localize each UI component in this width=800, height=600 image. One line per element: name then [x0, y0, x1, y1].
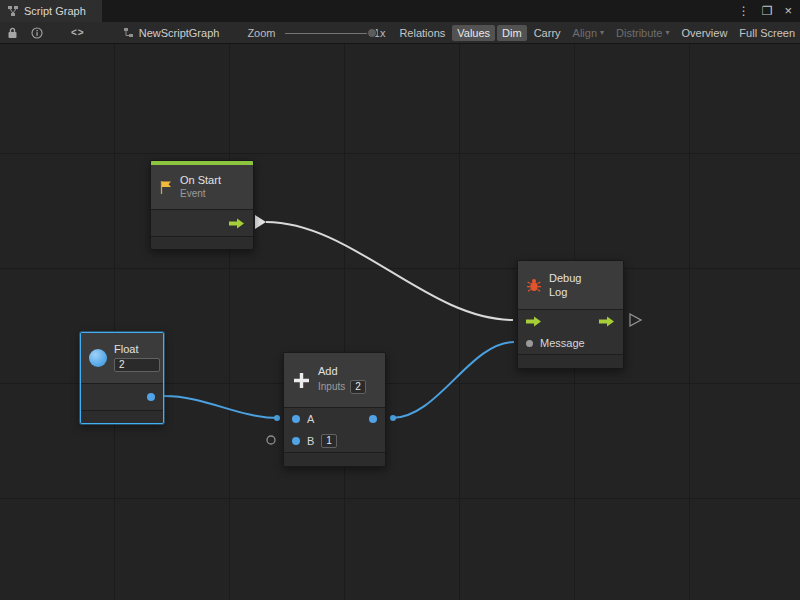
debuglog-exit-port-triangle[interactable] — [630, 314, 641, 326]
add-node[interactable]: Add Inputs 2 A B 1 — [283, 352, 386, 467]
zoom-slider[interactable] — [285, 27, 369, 39]
add-sum-output-port[interactable] — [369, 415, 377, 423]
tab-bar: Script Graph ⋮ ❐ × — [0, 0, 800, 22]
add-a-label: A — [307, 413, 314, 425]
float-node[interactable]: Float 2 — [80, 332, 164, 424]
flow-arrow-in-icon[interactable] — [526, 316, 542, 327]
add-port-b-row: B 1 — [284, 430, 385, 452]
values-button[interactable]: Values — [452, 25, 495, 41]
add-a-input-port[interactable] — [292, 415, 300, 423]
graph-name: NewScriptGraph — [139, 27, 220, 39]
connections-layer — [0, 44, 800, 600]
wire-endpoint-dot — [390, 415, 396, 421]
debug-log-flow-row — [518, 310, 623, 332]
tab-script-graph[interactable]: Script Graph — [0, 0, 102, 22]
float-title: Float — [114, 344, 160, 355]
float-type-icon — [89, 349, 107, 367]
float-output-row — [81, 384, 163, 410]
add-title: Add — [318, 366, 366, 377]
float-footer — [81, 411, 163, 423]
lock-icon[interactable] — [7, 27, 18, 39]
tab-title: Script Graph — [24, 5, 86, 17]
zoom-slider-knob[interactable] — [367, 28, 377, 38]
relations-button[interactable]: Relations — [394, 25, 450, 41]
window-menu-icon[interactable]: ⋮ — [738, 0, 750, 22]
add-b-label: B — [307, 435, 314, 447]
fullscreen-button[interactable]: Full Screen — [734, 25, 800, 41]
align-button[interactable]: Align ▾ — [568, 25, 609, 41]
add-inputs-count-field[interactable]: 2 — [350, 380, 366, 394]
debug-log-footer — [518, 355, 623, 368]
graph-asset-icon — [123, 27, 134, 38]
window-close-icon[interactable]: × — [784, 0, 792, 22]
float-value-field[interactable]: 2 — [114, 358, 160, 372]
on-start-header: On Start Event — [151, 165, 253, 209]
wire-endpoint-dot — [274, 415, 280, 421]
message-input-port[interactable] — [526, 340, 533, 347]
flow-arrow-icon[interactable] — [229, 218, 245, 229]
dim-button[interactable]: Dim — [497, 25, 527, 41]
debug-log-subtitle: Log — [549, 287, 581, 298]
align-button-label: Align — [573, 27, 597, 39]
debug-log-message-row: Message — [518, 332, 623, 354]
overview-button[interactable]: Overview — [677, 25, 733, 41]
add-b-input-port[interactable] — [292, 437, 300, 445]
debug-log-node[interactable]: Debug Log Message — [517, 260, 624, 369]
on-start-exit-row — [151, 210, 253, 236]
on-start-node[interactable]: On Start Event — [150, 160, 254, 250]
wire-float-to-add-a[interactable] — [164, 396, 279, 418]
graph-canvas[interactable]: On Start Event Float 2 — [0, 44, 800, 600]
info-icon[interactable] — [31, 27, 43, 39]
add-port-a-row: A — [284, 408, 385, 430]
zoom-label: Zoom — [247, 27, 275, 39]
wire-onstart-to-debuglog[interactable] — [266, 222, 513, 320]
float-output-port[interactable] — [147, 393, 155, 401]
debug-log-header: Debug Log — [518, 261, 623, 309]
wire-add-to-debuglog-message[interactable] — [392, 342, 514, 418]
add-inputs-label: Inputs — [318, 382, 345, 392]
float-header: Float 2 — [81, 333, 163, 383]
add-b-unconnected-port-circle[interactable] — [267, 436, 275, 444]
on-start-title: On Start — [180, 175, 221, 186]
chevron-down-icon: ▾ — [666, 28, 670, 37]
add-header: Add Inputs 2 — [284, 353, 385, 407]
distribute-button-label: Distribute — [616, 27, 662, 39]
code-icon[interactable]: <> — [71, 27, 85, 38]
add-b-value-field[interactable]: 1 — [321, 434, 337, 448]
chevron-down-icon: ▾ — [600, 28, 604, 37]
graph-toolbar: <> NewScriptGraph Zoom 1x Relations Valu… — [0, 22, 800, 44]
on-start-subtitle: Event — [180, 189, 221, 199]
carry-button[interactable]: Carry — [529, 25, 566, 41]
distribute-button[interactable]: Distribute ▾ — [611, 25, 674, 41]
message-label: Message — [540, 337, 585, 349]
bug-icon — [526, 277, 542, 293]
zoom-slider-track[interactable] — [285, 33, 369, 34]
add-footer — [284, 453, 385, 466]
flag-icon — [159, 180, 173, 195]
on-start-footer — [151, 237, 253, 249]
onstart-exit-port-triangle[interactable] — [255, 215, 266, 229]
debug-log-title: Debug — [549, 273, 581, 284]
plus-icon — [292, 371, 311, 390]
flow-arrow-out-icon[interactable] — [599, 316, 615, 327]
unity-script-graph-window: Script Graph ⋮ ❐ × <> NewScriptGraph Zoo… — [0, 0, 800, 600]
script-graph-icon — [7, 5, 19, 17]
window-maximize-icon[interactable]: ❐ — [762, 0, 773, 22]
